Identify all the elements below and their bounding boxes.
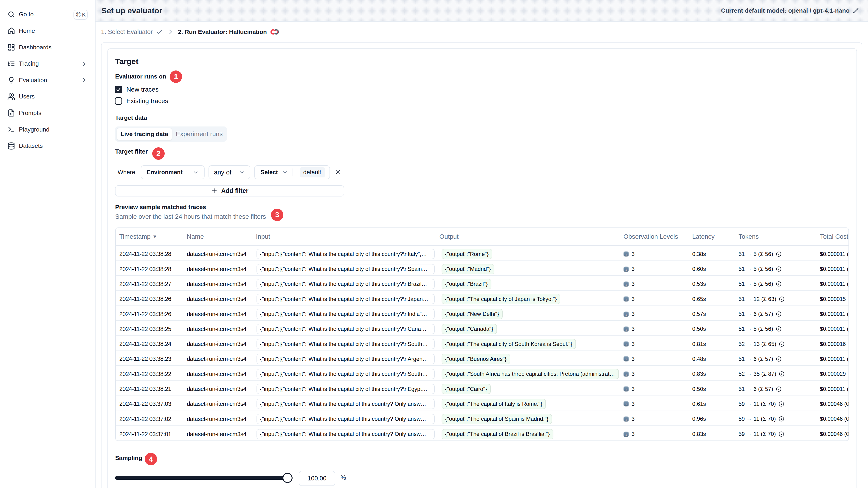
svg-text:i: i — [625, 387, 627, 391]
svg-text:i: i — [625, 432, 627, 436]
svg-text:i: i — [625, 252, 627, 256]
svg-text:i: i — [625, 417, 627, 421]
svg-text:i: i — [625, 372, 627, 376]
svg-text:i: i — [625, 312, 627, 316]
svg-text:i: i — [625, 342, 627, 346]
svg-text:i: i — [625, 327, 627, 331]
svg-text:i: i — [625, 357, 627, 361]
svg-text:i: i — [625, 267, 627, 271]
svg-text:i: i — [625, 282, 627, 287]
svg-text:i: i — [625, 402, 627, 406]
svg-text:i: i — [625, 297, 627, 301]
